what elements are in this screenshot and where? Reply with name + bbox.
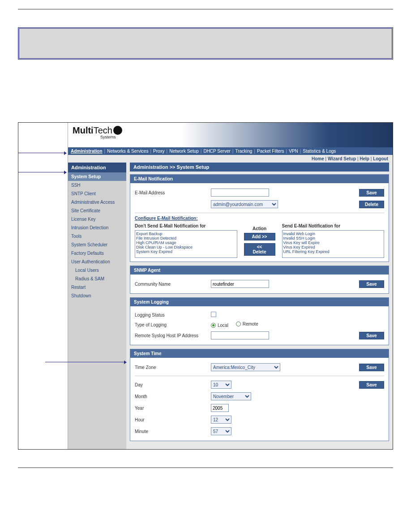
sidebar-item-local-users[interactable]: Local Users bbox=[68, 266, 126, 275]
list-item[interactable]: System Key Expired bbox=[136, 249, 236, 254]
brand-multi: Multi bbox=[73, 125, 94, 135]
tz-save-button[interactable]: Save bbox=[359, 364, 384, 371]
config-email-title: Configure E-Mail Notification: bbox=[135, 216, 384, 221]
list-item[interactable]: URL Filtering Key Expired bbox=[283, 249, 383, 254]
list-item[interactable]: Virus Key Expired bbox=[283, 245, 383, 249]
day-label: Day bbox=[135, 382, 211, 387]
toplink-home[interactable]: Home bbox=[312, 156, 324, 161]
brand-sub: Systems bbox=[100, 135, 388, 139]
sidebar: Administration System SetupSSHSNTP Clien… bbox=[68, 163, 126, 449]
logging-panel-title: System Logging bbox=[130, 298, 389, 306]
sidebar-item-sntp-client[interactable]: SNTP Client bbox=[68, 189, 126, 198]
info-box bbox=[18, 27, 393, 60]
snmp-save-button[interactable]: Save bbox=[359, 280, 384, 288]
logging-save-button[interactable]: Save bbox=[359, 332, 384, 339]
month-label: Month bbox=[135, 394, 211, 399]
sidebar-item-site-certificate[interactable]: Site Certificate bbox=[68, 206, 126, 215]
menu-network-setup[interactable]: Network Setup bbox=[169, 149, 199, 154]
logging-panel: System Logging Logging Status Type of Lo… bbox=[130, 297, 389, 345]
email-delete-button[interactable]: Delete bbox=[359, 201, 384, 208]
community-input[interactable] bbox=[211, 280, 269, 288]
sidebar-item-intrusion-detection[interactable]: Intrusion Detection bbox=[68, 223, 126, 232]
list-item[interactable]: Invalid Web Login bbox=[283, 232, 383, 236]
dont-send-listbox[interactable]: Export BackupFile Intrusion DetectedHigh… bbox=[135, 230, 237, 258]
brand-tech: Tech bbox=[94, 125, 112, 135]
hour-label: Hour bbox=[135, 417, 211, 422]
month-select[interactable]: November bbox=[211, 392, 251, 400]
logging-type-label: Type of Logging bbox=[135, 322, 211, 327]
list-item[interactable]: File Intrusion Detected bbox=[136, 236, 236, 240]
time-panel-title: System Time bbox=[130, 349, 389, 358]
minute-select[interactable]: 57 bbox=[211, 427, 231, 435]
sidebar-item-restart[interactable]: Restart bbox=[68, 283, 126, 292]
menu-dhcp-server[interactable]: DHCP Server bbox=[203, 149, 230, 154]
time-panel: System Time Time Zone America:Mexico_Cit… bbox=[130, 349, 389, 441]
list-item[interactable]: Virus Key will Expire bbox=[283, 240, 383, 245]
sidebar-item-ssh[interactable]: SSH bbox=[68, 181, 126, 189]
minute-label: Minute bbox=[135, 429, 211, 434]
top-links: Home | Wizard Setup | Help | Logout bbox=[68, 155, 393, 163]
remote-ip-input[interactable] bbox=[211, 331, 269, 339]
year-label: Year bbox=[135, 406, 211, 411]
email-panel: E-Mail Notification E-Mail Address Save … bbox=[130, 174, 389, 262]
sidebar-item-system-setup[interactable]: System Setup bbox=[68, 172, 126, 181]
action-label: Action bbox=[242, 226, 278, 233]
brand-dot-icon bbox=[113, 126, 122, 135]
time-save-button[interactable]: Save bbox=[359, 381, 384, 389]
logging-status-label: Logging Status bbox=[135, 313, 211, 317]
menu-vpn[interactable]: VPN bbox=[289, 149, 298, 154]
email-select[interactable]: admin@yourdomain.com bbox=[211, 200, 278, 208]
send-listbox[interactable]: Invalid Web LoginInvalid SSH LoginVirus … bbox=[282, 230, 385, 258]
list-item[interactable]: Disk Clean Up - Low Diskspace bbox=[136, 245, 236, 249]
main-menu: Administration | Networks & Services | P… bbox=[68, 147, 393, 155]
snmp-panel-title: SNMP Agent bbox=[130, 266, 389, 275]
dont-send-label: Don't Send E-Mail Notification for bbox=[135, 223, 237, 230]
snmp-panel: SNMP Agent Community Name Save bbox=[130, 266, 389, 294]
remote-radio[interactable]: Remote bbox=[236, 322, 258, 326]
app-frame: MultiTech Systems Administration | Netwo… bbox=[18, 122, 393, 450]
list-item[interactable]: Invalid SSH Login bbox=[283, 236, 383, 240]
send-label: Send E-Mail Notification for bbox=[282, 223, 385, 230]
sidebar-item-administrative-access[interactable]: Administrative Access bbox=[68, 198, 126, 206]
menu-statistics-logs[interactable]: Statistics & Logs bbox=[303, 149, 336, 154]
delete-action-button[interactable]: << Delete bbox=[244, 243, 275, 256]
tz-label: Time Zone bbox=[135, 365, 211, 370]
sidebar-header: Administration bbox=[68, 163, 126, 172]
menu-administration[interactable]: Administration bbox=[71, 149, 103, 154]
hour-select[interactable]: 12 bbox=[211, 416, 231, 424]
email-save-button[interactable]: Save bbox=[359, 189, 384, 197]
sidebar-item-tools[interactable]: Tools bbox=[68, 232, 126, 240]
local-radio[interactable]: Local bbox=[211, 323, 228, 328]
logging-status-checkbox[interactable] bbox=[211, 312, 216, 317]
list-item[interactable]: High CPU/RAM usage bbox=[136, 240, 236, 245]
list-item[interactable]: Export Backup bbox=[136, 232, 236, 236]
brand-header: MultiTech Systems bbox=[68, 123, 393, 147]
toplink-wizard-setup[interactable]: Wizard Setup bbox=[328, 156, 356, 161]
sidebar-item-radius-sam[interactable]: Radius & SAM bbox=[68, 275, 126, 283]
remote-ip-label: Remote Syslog Host IP Address bbox=[135, 333, 211, 338]
annotation-arrows bbox=[18, 123, 68, 449]
breadcrumb: Administration >> System Setup bbox=[130, 163, 389, 172]
toplink-logout[interactable]: Logout bbox=[373, 156, 388, 161]
sidebar-item-license-key[interactable]: License Key bbox=[68, 215, 126, 223]
sidebar-item-shutdown[interactable]: Shutdown bbox=[68, 292, 126, 300]
email-panel-title: E-Mail Notification bbox=[130, 175, 389, 183]
email-label: E-Mail Address bbox=[135, 190, 211, 195]
add-button[interactable]: Add >> bbox=[244, 233, 275, 240]
sidebar-item-factory-defaults[interactable]: Factory Defaults bbox=[68, 249, 126, 257]
community-label: Community Name bbox=[135, 282, 211, 287]
email-input[interactable] bbox=[211, 189, 269, 197]
menu-packet-filters[interactable]: Packet Filters bbox=[257, 149, 284, 154]
tz-select[interactable]: America:Mexico_City bbox=[211, 363, 280, 371]
sidebar-item-user-authentication[interactable]: User Authentication bbox=[68, 257, 126, 266]
toplink-help[interactable]: Help bbox=[360, 156, 369, 161]
menu-tracking[interactable]: Tracking bbox=[235, 149, 252, 154]
menu-networks-services[interactable]: Networks & Services bbox=[107, 149, 148, 154]
menu-proxy[interactable]: Proxy bbox=[153, 149, 165, 154]
sidebar-item-system-scheduler[interactable]: System Scheduler bbox=[68, 240, 126, 249]
day-select[interactable]: 10 bbox=[211, 381, 231, 389]
year-input[interactable] bbox=[211, 404, 229, 412]
